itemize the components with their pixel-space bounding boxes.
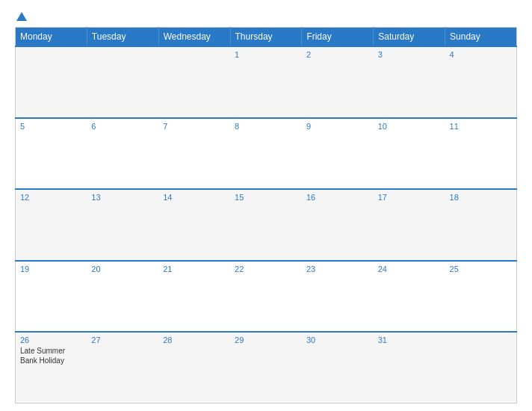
calendar-cell: 29 (230, 332, 302, 404)
calendar-cell (158, 46, 230, 118)
calendar-cell: 30 (302, 332, 374, 404)
calendar-cell: 4 (445, 46, 517, 118)
day-number: 17 (378, 193, 441, 202)
day-number: 19 (20, 265, 82, 274)
calendar-cell (87, 46, 158, 118)
day-number: 31 (378, 336, 441, 344)
calendar-cell: 16 (302, 189, 374, 261)
day-number: 24 (378, 265, 441, 274)
calendar-week-row: 19202122232425 (16, 261, 517, 333)
day-number: 13 (91, 193, 154, 202)
day-number: 20 (91, 265, 154, 274)
calendar-cell: 11 (445, 118, 517, 190)
weekday-header-saturday: Saturday (374, 28, 445, 47)
header (15, 13, 517, 21)
day-number: 10 (378, 122, 441, 131)
calendar-cell: 6 (87, 118, 158, 190)
calendar-cell: 13 (87, 189, 158, 261)
day-number: 26 (20, 336, 82, 344)
weekday-header-friday: Friday (302, 28, 374, 47)
day-number: 4 (450, 50, 512, 59)
calendar-cell: 10 (374, 118, 445, 190)
calendar-cell: 31 (374, 332, 445, 404)
day-number: 27 (91, 336, 154, 344)
day-number: 30 (306, 336, 369, 344)
logo-triangle-icon (16, 12, 27, 21)
calendar-cell: 28 (158, 332, 230, 404)
calendar-page: MondayTuesdayWednesdayThursdayFridaySatu… (0, 0, 532, 411)
calendar-cell: 15 (230, 189, 302, 261)
day-number: 18 (450, 193, 512, 202)
day-number: 16 (306, 193, 369, 202)
calendar-cell (445, 332, 517, 404)
calendar-cell: 9 (302, 118, 374, 190)
day-number: 21 (163, 265, 226, 274)
day-number: 1 (235, 50, 297, 59)
calendar-cell: 12 (16, 189, 87, 261)
calendar-cell: 19 (16, 261, 87, 333)
day-number: 11 (450, 122, 512, 131)
calendar-cell: 24 (374, 261, 445, 333)
calendar-week-row: 567891011 (16, 118, 517, 190)
calendar-cell: 14 (158, 189, 230, 261)
calendar-cell: 27 (87, 332, 158, 404)
calendar-cell: 5 (16, 118, 87, 190)
calendar-cell: 1 (230, 46, 302, 118)
day-number: 8 (235, 122, 297, 131)
day-number: 6 (91, 122, 154, 131)
day-number: 29 (235, 336, 297, 344)
weekday-header-tuesday: Tuesday (87, 28, 158, 47)
day-number: 12 (20, 193, 82, 202)
calendar-cell: 18 (445, 189, 517, 261)
calendar-cell: 8 (230, 118, 302, 190)
calendar-week-row: 1234 (16, 46, 517, 118)
day-number: 7 (163, 122, 226, 131)
day-number: 3 (378, 50, 441, 59)
calendar-cell: 23 (302, 261, 374, 333)
calendar-cell: 20 (87, 261, 158, 333)
event-label: Late Summer Bank Holiday (20, 347, 65, 365)
day-number: 15 (235, 193, 297, 202)
day-number: 5 (20, 122, 82, 131)
weekday-header-thursday: Thursday (230, 28, 302, 47)
calendar-cell: 22 (230, 261, 302, 333)
calendar-cell: 7 (158, 118, 230, 190)
calendar-cell: 3 (374, 46, 445, 118)
weekday-header-monday: Monday (16, 28, 87, 47)
day-number: 22 (235, 265, 297, 274)
day-number: 2 (306, 50, 369, 59)
weekday-header-wednesday: Wednesday (158, 28, 230, 47)
day-number: 14 (163, 193, 226, 202)
calendar-cell (16, 46, 87, 118)
calendar-cell: 21 (158, 261, 230, 333)
calendar-cell: 25 (445, 261, 517, 333)
logo (15, 13, 27, 21)
day-number: 23 (306, 265, 369, 274)
weekday-header-row: MondayTuesdayWednesdayThursdayFridaySatu… (16, 28, 517, 47)
day-number: 25 (450, 265, 512, 274)
calendar-cell: 2 (302, 46, 374, 118)
calendar-table: MondayTuesdayWednesdayThursdayFridaySatu… (15, 27, 517, 404)
day-number: 9 (306, 122, 369, 131)
day-number: 28 (163, 336, 226, 344)
calendar-cell: 26Late Summer Bank Holiday (16, 332, 87, 404)
calendar-cell: 17 (374, 189, 445, 261)
calendar-week-row: 12131415161718 (16, 189, 517, 261)
calendar-week-row: 26Late Summer Bank Holiday2728293031 (16, 332, 517, 404)
weekday-header-sunday: Sunday (445, 28, 517, 47)
